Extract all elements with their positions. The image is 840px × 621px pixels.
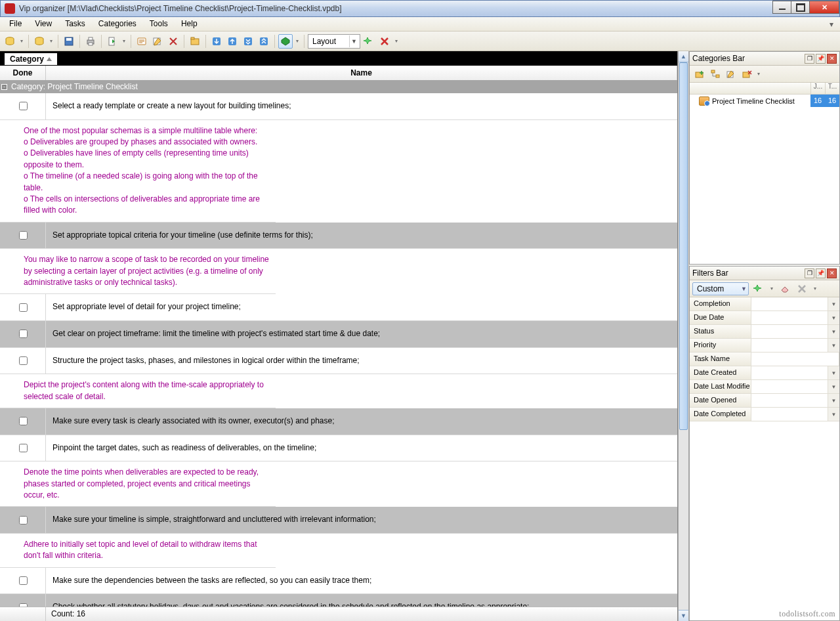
group-by-button[interactable]: Category (4, 53, 58, 66)
filter-row[interactable]: Due Date▼ (690, 311, 839, 325)
menu-categories[interactable]: Categories (92, 17, 143, 31)
chevron-down-icon[interactable]: ▼ (828, 297, 839, 310)
chevron-down-icon[interactable]: ▼ (828, 394, 839, 407)
filter-row[interactable]: Status▼ (690, 325, 839, 339)
filter-row[interactable]: Date Created▼ (690, 366, 839, 380)
layout-selector[interactable]: Layout ▼ (308, 34, 360, 49)
task-row[interactable]: Set appropriate topical criteria for you… (0, 223, 677, 249)
filter-row[interactable]: Task Name (690, 353, 839, 366)
task-row[interactable]: Structure the project tasks, phases, and… (0, 348, 677, 375)
move-up-icon[interactable] (225, 34, 240, 49)
done-checkbox[interactable] (19, 303, 28, 312)
filter-field-value[interactable] (751, 366, 828, 379)
menu-overflow-icon[interactable]: ▾ (826, 17, 837, 31)
task-row[interactable]: Make sure the dependencies between the t… (0, 568, 677, 595)
minimize-button[interactable] (772, 1, 791, 14)
done-checkbox[interactable] (19, 417, 28, 425)
column-name[interactable]: Name (46, 66, 677, 80)
chevron-down-icon[interactable]: ▼ (828, 366, 839, 379)
filter-row[interactable]: Priority▼ (690, 339, 839, 353)
menu-tasks[interactable]: Tasks (58, 17, 92, 31)
move-down-icon[interactable] (209, 34, 224, 49)
task-row[interactable]: Get clear on project timeframe: limit th… (0, 321, 677, 348)
shape-active-icon[interactable] (278, 34, 293, 49)
chevron-down-icon[interactable]: ▼ (828, 380, 839, 393)
dropdown-icon[interactable]: ▾ (18, 34, 25, 49)
filter-field-value[interactable] (751, 325, 828, 338)
chevron-down-icon[interactable]: ▼ (828, 325, 839, 338)
scroll-up-icon[interactable]: ▲ (679, 51, 688, 62)
dropdown-icon[interactable]: ▾ (121, 34, 127, 49)
delete-category-icon[interactable] (740, 67, 754, 81)
chevron-down-icon[interactable]: ▼ (828, 339, 839, 352)
open-db-button[interactable] (32, 34, 47, 49)
new-db-button[interactable] (3, 34, 17, 49)
edit-category-icon[interactable] (724, 67, 738, 81)
edit-task-icon[interactable] (150, 34, 165, 49)
filter-field-value[interactable] (751, 394, 828, 407)
category-tree-icon[interactable] (708, 67, 723, 81)
task-row[interactable]: Make sure your timeline is simple, strai… (0, 507, 677, 534)
done-checkbox[interactable] (19, 330, 28, 338)
done-checkbox[interactable] (19, 356, 28, 365)
chevron-down-icon[interactable]: ▼ (828, 311, 839, 324)
collapse-icon[interactable]: - (1, 84, 7, 90)
panel-pin-icon[interactable]: 📌 (816, 268, 826, 278)
remove-layout-icon[interactable] (377, 34, 392, 49)
panel-close-icon[interactable]: ✕ (827, 54, 837, 64)
filter-row[interactable]: Date Completed▼ (690, 408, 839, 421)
done-checkbox[interactable] (19, 576, 28, 585)
panel-window-icon[interactable]: ❐ (805, 54, 814, 64)
dropdown-icon[interactable]: ▾ (393, 34, 400, 49)
done-checkbox[interactable] (19, 516, 28, 525)
dropdown-icon[interactable]: ▾ (768, 282, 775, 296)
done-checkbox[interactable] (19, 231, 28, 240)
panel-pin-icon[interactable]: 📌 (816, 54, 826, 64)
chevron-down-icon[interactable]: ▼ (828, 408, 839, 421)
task-row[interactable]: Pinpoint the target dates, such as readi… (0, 435, 677, 462)
task-row[interactable]: Set appropriate level of detail for your… (0, 294, 677, 321)
category-item[interactable]: Project Timeline Checklist 16 16 (690, 95, 839, 107)
dropdown-icon[interactable]: ▾ (294, 34, 301, 49)
filter-row[interactable]: Date Last Modifie▼ (690, 380, 839, 394)
scroll-thumb[interactable] (679, 62, 688, 430)
save-icon[interactable] (62, 34, 76, 49)
filter-field-value[interactable] (751, 380, 828, 393)
dropdown-icon[interactable]: ▾ (755, 67, 762, 81)
filter-field-value[interactable] (751, 311, 828, 324)
scroll-down-icon[interactable]: ▼ (679, 610, 688, 621)
maximize-button[interactable] (791, 1, 810, 14)
filter-field-value[interactable] (751, 339, 828, 352)
print-icon[interactable] (83, 34, 98, 49)
panel-window-icon[interactable]: ❐ (805, 268, 814, 278)
column-done[interactable]: Done (0, 66, 46, 80)
move-top-icon[interactable] (257, 34, 271, 49)
new-category-icon[interactable] (692, 67, 707, 81)
filter-field-value[interactable] (751, 408, 828, 421)
delete-task-icon[interactable] (166, 34, 180, 49)
task-row[interactable]: Make sure every task is clearly associat… (0, 408, 677, 435)
task-row[interactable]: Check whether all statutory holidays, da… (0, 594, 677, 607)
categories-icon[interactable] (188, 34, 202, 49)
menu-help[interactable]: Help (175, 17, 204, 31)
task-row[interactable]: Select a ready template or create a new … (0, 93, 677, 120)
done-checkbox[interactable] (19, 102, 28, 110)
menu-tools[interactable]: Tools (143, 17, 175, 31)
panel-close-icon[interactable]: ✕ (827, 268, 837, 278)
menu-view[interactable]: View (28, 17, 58, 31)
new-task-icon[interactable] (135, 34, 149, 49)
filter-row[interactable]: Completion▼ (690, 297, 839, 311)
group-row[interactable]: - Category: Project Timeline Checklist (0, 80, 677, 93)
clear-filter-icon[interactable] (795, 282, 809, 296)
erase-filter-icon[interactable] (778, 282, 792, 296)
dropdown-icon[interactable]: ▾ (812, 282, 818, 296)
done-checkbox[interactable] (19, 444, 28, 452)
dropdown-icon[interactable]: ▾ (48, 34, 54, 49)
apply-filter-icon[interactable] (751, 282, 766, 296)
menu-file[interactable]: File (3, 17, 28, 31)
move-bottom-icon[interactable] (241, 34, 255, 49)
filter-field-value[interactable] (751, 297, 828, 310)
filter-preset-selector[interactable]: Custom ▼ (692, 282, 749, 295)
close-button[interactable] (809, 1, 839, 14)
export-icon[interactable] (105, 34, 119, 49)
